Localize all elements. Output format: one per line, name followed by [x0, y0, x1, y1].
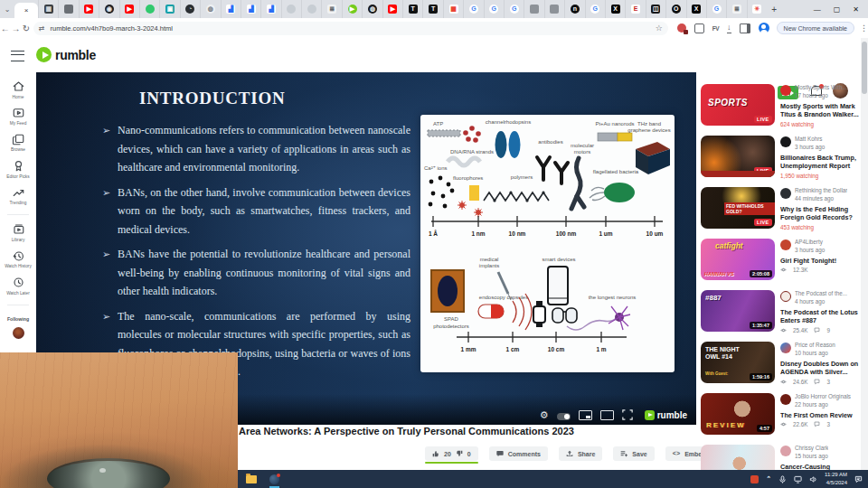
google-tab[interactable]: G — [504, 0, 524, 18]
google-tab[interactable]: G — [463, 0, 483, 18]
close-button[interactable]: ✕ — [853, 5, 859, 14]
autoplay-toggle[interactable] — [557, 413, 571, 420]
speaker-icon[interactable] — [809, 475, 817, 483]
channel-name[interactable]: AP4Liberty — [795, 239, 825, 247]
related-video-title[interactable]: Disney Doubles Down on AGENDA with Silve… — [780, 360, 861, 377]
notion-like-tab[interactable]: n — [564, 0, 584, 18]
channel-name[interactable]: JoBlo Horror Originals — [795, 393, 851, 401]
channel-avatar[interactable] — [780, 239, 791, 250]
save-button[interactable]: Save — [613, 446, 654, 461]
channel-avatar[interactable] — [780, 446, 791, 456]
fullscreen-icon[interactable] — [622, 409, 633, 420]
dark-globe-tab[interactable]: ◍ — [362, 0, 382, 18]
taskbar-clock[interactable]: 11:29 AM 4/5/2024 — [825, 471, 847, 486]
related-video-card[interactable]: REVIEW 4:57 JoBlo Horror Originals 22 ho… — [701, 393, 861, 435]
related-video-card[interactable]: FED WITHHOLDS GOLD? LIVE Rethinking the … — [701, 187, 861, 229]
doc-site-tab[interactable]: ≣ — [321, 0, 341, 18]
video-thumbnail[interactable]: catfightHANNAH VS 2:05:08 — [701, 239, 775, 280]
chart-site-tab[interactable]: ▟ — [241, 0, 260, 18]
related-video-title[interactable]: The First Omen Review — [780, 411, 861, 419]
hamburger-menu-icon[interactable] — [11, 51, 24, 61]
adblock-extension-icon[interactable] — [677, 23, 686, 33]
extension-icon[interactable] — [694, 23, 704, 33]
page-scrollbar[interactable] — [861, 38, 868, 470]
channel-avatar[interactable] — [780, 136, 791, 147]
side-panel-icon[interactable] — [740, 23, 750, 33]
settings-gear-icon[interactable]: ⚙ — [540, 409, 549, 420]
channel-avatar[interactable] — [780, 85, 791, 96]
browser-menu-icon[interactable]: ⋮ — [860, 23, 868, 33]
sidebar-item-library[interactable]: Library — [1, 222, 35, 242]
related-video-card[interactable]: catfightHANNAH VS 2:05:08 AP4Liberty 3 h… — [701, 239, 861, 280]
tf-app-tab[interactable]: T — [422, 0, 442, 18]
pip-icon[interactable] — [579, 410, 592, 420]
downloads-icon[interactable]: ↓ — [727, 23, 731, 33]
browser-taskbar-icon[interactable] — [269, 474, 279, 484]
video-thumbnail[interactable]: THE NIGHT OWL #14With Guest: 1:59:16 — [701, 342, 775, 383]
lock-site-tab[interactable] — [58, 0, 78, 18]
forward-button[interactable]: → — [11, 23, 22, 33]
thumbs-up-icon[interactable] — [432, 450, 439, 457]
scrollbar-thumb[interactable] — [862, 42, 867, 94]
sidebar-item-editor-picks[interactable]: Editor Picks — [1, 159, 35, 179]
address-bar[interactable]: ⇄ rumble.com/v4h7bo9-march-3-2024.html ☆ — [33, 22, 668, 35]
tab-close-icon[interactable]: × — [24, 6, 29, 14]
related-video-title[interactable]: Billionaires Back Trump, Unemployment Re… — [780, 154, 861, 171]
related-video-card[interactable]: THE NIGHT OWL #14With Guest: 1:59:16 Pri… — [701, 342, 861, 383]
cloud-site-tab[interactable] — [281, 0, 301, 18]
related-video-title[interactable]: Why is the Fed Hiding Foreign Gold Recor… — [780, 205, 861, 222]
chart-site-tab[interactable]: ▟ — [260, 0, 280, 18]
comments-button[interactable]: Comments — [489, 446, 548, 461]
file-explorer-icon[interactable] — [246, 475, 257, 483]
globe-site-tab[interactable]: ◍ — [200, 0, 220, 18]
theater-mode-icon[interactable] — [600, 410, 614, 420]
share-button[interactable]: Share — [559, 446, 602, 461]
channel-name[interactable]: Rethinking the Dollar — [795, 187, 847, 195]
sidebar-item-home[interactable]: Home — [1, 80, 35, 99]
microphone-icon[interactable] — [778, 475, 787, 483]
channel-avatar[interactable] — [780, 188, 791, 199]
sidebar-item-watch-history[interactable]: Watch History — [1, 249, 35, 269]
x-social-tab[interactable]: X — [686, 0, 706, 18]
x-social-tab[interactable]: X — [605, 0, 625, 18]
back-button[interactable]: ← — [0, 23, 11, 33]
youtube-tab[interactable]: ▶ — [79, 0, 99, 18]
youtube-tab[interactable]: ▶ — [382, 0, 402, 18]
youtube-tab[interactable]: ▶ — [119, 0, 139, 18]
lock-site-tab[interactable] — [544, 0, 564, 18]
maximize-button[interactable]: ▢ — [834, 5, 841, 14]
related-video-card[interactable]: #887 1:35:47 The Podcast of the... 4 hou… — [701, 290, 861, 332]
panes-app-tab[interactable]: ◫ — [646, 0, 665, 18]
new-tab-button[interactable]: + — [767, 5, 781, 14]
display-icon[interactable] — [794, 475, 802, 483]
like-dislike-pill[interactable]: 20 0 — [425, 446, 478, 461]
google-tab[interactable]: G — [706, 0, 726, 18]
channel-name[interactable]: Chrissy Clark — [795, 445, 828, 453]
sidebar-item-browse[interactable]: Browse — [1, 133, 35, 153]
minimize-button[interactable]: — — [814, 5, 821, 14]
o-site-tab[interactable]: O — [665, 0, 685, 18]
chart-site-tab[interactable]: ▟ — [221, 0, 241, 18]
profile-icon[interactable] — [759, 23, 769, 33]
related-video-card[interactable]: SPORTS LIVE Mostly Sports With... 17 hou… — [701, 84, 861, 126]
related-video-title[interactable]: Girl Fight Tonight! — [780, 257, 861, 265]
action-center-icon[interactable] — [854, 475, 863, 483]
chrome-update-pill[interactable]: New Chrome available — [777, 22, 854, 34]
teal-app-tab[interactable]: ▣ — [159, 0, 179, 18]
related-video-title[interactable]: The Podcast of the Lotus Eaters #887 — [780, 308, 861, 325]
google-tab[interactable]: G — [484, 0, 504, 18]
related-video-title[interactable]: Mostly Sports with Mark Titus & Brandon … — [780, 102, 861, 119]
clock-site-tab[interactable]: ◔ — [180, 0, 200, 18]
active-tab[interactable]: × — [14, 3, 38, 18]
url-text[interactable]: rumble.com/v4h7bo9-march-3-2024.html — [50, 24, 655, 33]
channel-avatar[interactable] — [780, 343, 791, 353]
doc-site-tab[interactable]: ≣ — [726, 0, 746, 18]
site-settings-icon[interactable]: ⇄ — [39, 24, 45, 33]
sidebar-item-trending[interactable]: Trending — [1, 186, 35, 206]
channel-name[interactable]: Mostly Sports With... — [795, 84, 847, 92]
color-grid-tab[interactable]: ▦ — [443, 0, 463, 18]
tab-search-icon[interactable]: ⌄ — [0, 5, 14, 14]
tf-app-tab[interactable]: T — [402, 0, 422, 18]
sidebar-item-my-feed[interactable]: My Feed — [1, 106, 35, 126]
thumbs-down-icon[interactable] — [456, 450, 463, 457]
